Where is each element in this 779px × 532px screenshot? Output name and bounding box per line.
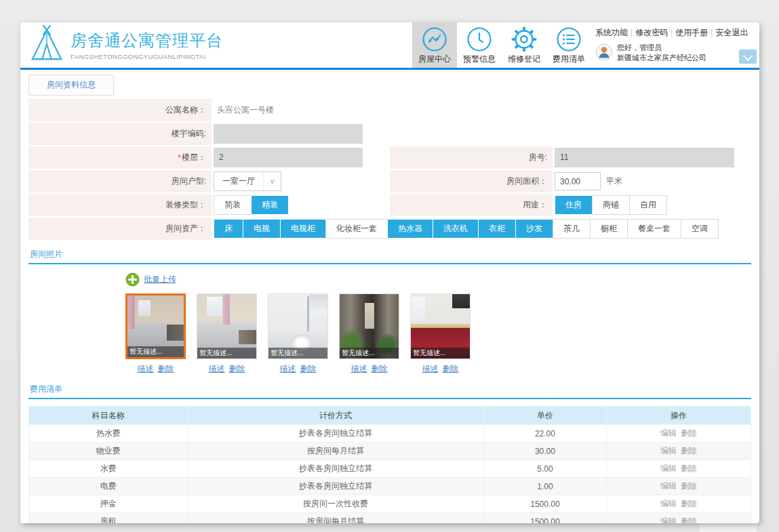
photo-describe-link[interactable]: 描述 — [351, 364, 367, 373]
fee-actions-cell: 编辑删除 — [606, 460, 751, 478]
delete-link[interactable]: 删除 — [681, 481, 697, 491]
living-room-photo[interactable]: 暂无描述... — [125, 293, 186, 359]
asset-option-button[interactable]: 空调 — [681, 219, 719, 239]
asset-option-button[interactable]: 化妆柜一套 — [325, 219, 388, 239]
fee-method-cell: 按房间每月结算 — [188, 513, 484, 524]
gear-icon — [502, 26, 546, 53]
usage-option-button[interactable]: 住房 — [555, 195, 593, 215]
fee-row: 电费抄表各房间独立结算1.00编辑删除 — [29, 478, 751, 495]
asset-option-button[interactable]: 茶几 — [553, 219, 591, 239]
nav-item-fee-list[interactable]: 费用清单 — [546, 22, 591, 68]
system-functions-link[interactable]: 系统功能 — [595, 28, 628, 37]
chevron-down-icon[interactable] — [739, 49, 757, 64]
room-no-label: 房号: — [390, 146, 553, 169]
list-icon — [546, 26, 591, 53]
nav-item-alerts[interactable]: 预警信息 — [457, 22, 502, 68]
fees-section-title: 费用清单 — [28, 380, 751, 399]
col-unit-price: 单价 — [483, 407, 606, 425]
nav-item-maintenance[interactable]: 维修登记 — [502, 22, 546, 68]
photo-caption: 暂无描述... — [127, 346, 184, 357]
photo-describe-link[interactable]: 描述 — [209, 364, 225, 373]
asset-option-button[interactable]: 沙发 — [515, 219, 553, 239]
edit-link[interactable]: 编辑 — [660, 446, 677, 455]
asset-option-button[interactable]: 热水器 — [387, 219, 433, 239]
asset-option-button[interactable]: 电视柜 — [280, 219, 326, 239]
delete-link[interactable]: 删除 — [681, 428, 697, 438]
col-actions: 操作 — [606, 407, 751, 425]
fee-actions-cell: 编辑删除 — [606, 443, 751, 460]
photo-item: 暂无描述...描述删除 — [125, 293, 186, 375]
photo-item: 暂无描述...描述删除 — [410, 293, 471, 375]
building-code-field — [214, 124, 363, 144]
fee-row: 押金按房间一次性收费1500.00编辑删除 — [29, 495, 751, 513]
bedroom-photo[interactable]: 暂无描述... — [197, 293, 257, 359]
asset-option-button[interactable]: 床 — [214, 219, 243, 239]
fee-price-cell: 5.00 — [483, 460, 606, 478]
kitchen-photo[interactable]: 暂无描述... — [410, 293, 471, 359]
nav-item-house-center[interactable]: 房屋中心 — [412, 22, 457, 68]
plus-icon[interactable] — [125, 272, 140, 287]
edit-link[interactable]: 编辑 — [660, 428, 677, 438]
delete-link[interactable]: 删除 — [681, 516, 697, 523]
photo-list: 暂无描述...描述删除暂无描述...描述删除暂无描述...描述删除暂无描述...… — [125, 293, 759, 375]
fee-row: 水费抄表各房间独立结算5.00编辑删除 — [29, 460, 751, 478]
app-header: 房舍通公寓管理平台 FANGSHETONGGONGYUGUANLIPINGTAI… — [20, 22, 759, 70]
photo-delete-link[interactable]: 删除 — [229, 364, 245, 373]
fee-price-cell: 1.00 — [483, 478, 606, 495]
asset-option-button[interactable]: 橱柜 — [590, 219, 628, 239]
room-area-input[interactable]: 30.00 — [555, 172, 601, 190]
photo-item: 暂无描述...描述删除 — [339, 293, 399, 375]
bathroom-photo[interactable]: 暂无描述... — [268, 293, 328, 359]
fee-actions-cell: 编辑删除 — [606, 478, 751, 495]
header-right: 系统功能|修改密码|使用手册|安全退出 您好，管理员 新疆城市之家房产经纪公司 — [591, 22, 759, 68]
nav-label: 费用清单 — [546, 54, 591, 65]
fee-method-cell: 按房间一次性收费 — [188, 495, 484, 513]
photo-delete-link[interactable]: 删除 — [158, 364, 174, 373]
floor-field: 2 — [214, 148, 363, 167]
hallway-photo[interactable]: 暂无描述... — [339, 293, 399, 359]
edit-link[interactable]: 编辑 — [660, 499, 677, 508]
photo-caption: 暂无描述... — [340, 348, 399, 359]
asset-options: 床电视电视柜化妆柜一套热水器洗衣机衣柜沙发茶几橱柜餐桌一套空调 — [214, 219, 718, 239]
asset-option-button[interactable]: 电视 — [243, 219, 281, 239]
photo-describe-link[interactable]: 描述 — [138, 364, 154, 373]
photo-describe-link[interactable]: 描述 — [422, 364, 439, 373]
edit-link[interactable]: 编辑 — [660, 464, 677, 473]
fee-table-header: 科目名称 计价方式 单价 操作 — [29, 407, 751, 425]
batch-upload-row: 批量上传 — [125, 272, 759, 287]
edit-link[interactable]: 编辑 — [660, 516, 677, 523]
asset-option-button[interactable]: 衣柜 — [478, 219, 516, 239]
decoration-label: 装修类型： — [28, 194, 212, 216]
fee-price-cell: 30.00 — [483, 443, 606, 460]
user-company: 新疆城市之家房产经纪公司 — [617, 53, 706, 63]
photo-delete-link[interactable]: 删除 — [300, 364, 317, 373]
usage-option-button[interactable]: 自用 — [629, 195, 667, 215]
change-password-link[interactable]: 修改密码 — [635, 28, 668, 37]
asset-option-button[interactable]: 洗衣机 — [433, 219, 479, 239]
user-manual-link[interactable]: 使用手册 — [675, 28, 708, 37]
delete-link[interactable]: 删除 — [681, 446, 697, 455]
col-subject-name: 科目名称 — [29, 407, 188, 425]
room-area-unit: 平米 — [606, 176, 622, 187]
assets-label: 房间资产： — [28, 218, 212, 240]
fee-table-wrap: 科目名称 计价方式 单价 操作 热水费抄表各房间独立结算22.00编辑删除物业费… — [28, 406, 751, 523]
delete-link[interactable]: 删除 — [681, 499, 697, 508]
tab-room-info[interactable]: 房间资料信息 — [28, 75, 114, 96]
batch-upload-link[interactable]: 批量上传 — [144, 274, 176, 285]
usage-option-button[interactable]: 商铺 — [592, 195, 630, 215]
photo-delete-link[interactable]: 删除 — [443, 364, 459, 373]
room-form: 公寓名称： 头宫公寓一号楼 楼宇编码: *楼层： 2 房号: 11 房间户型: … — [28, 99, 751, 240]
delete-link[interactable]: 删除 — [681, 464, 697, 473]
edit-link[interactable]: 编辑 — [660, 481, 677, 491]
decoration-option-button[interactable]: 精装 — [251, 195, 289, 215]
photos-section-title: 房间照片 — [28, 245, 751, 264]
photo-delete-link[interactable]: 删除 — [372, 364, 388, 373]
decoration-option-button[interactable]: 简装 — [214, 195, 252, 215]
user-info: 您好，管理员 新疆城市之家房产经纪公司 — [595, 43, 736, 63]
asset-option-button[interactable]: 餐桌一套 — [627, 219, 681, 239]
fee-name-cell: 押金 — [29, 495, 188, 513]
photo-describe-link[interactable]: 描述 — [280, 364, 296, 373]
fee-actions-cell: 编辑删除 — [606, 425, 751, 443]
logout-link[interactable]: 安全退出 — [715, 28, 748, 37]
room-type-select[interactable]: 一室一厅 ∨ — [214, 171, 281, 191]
